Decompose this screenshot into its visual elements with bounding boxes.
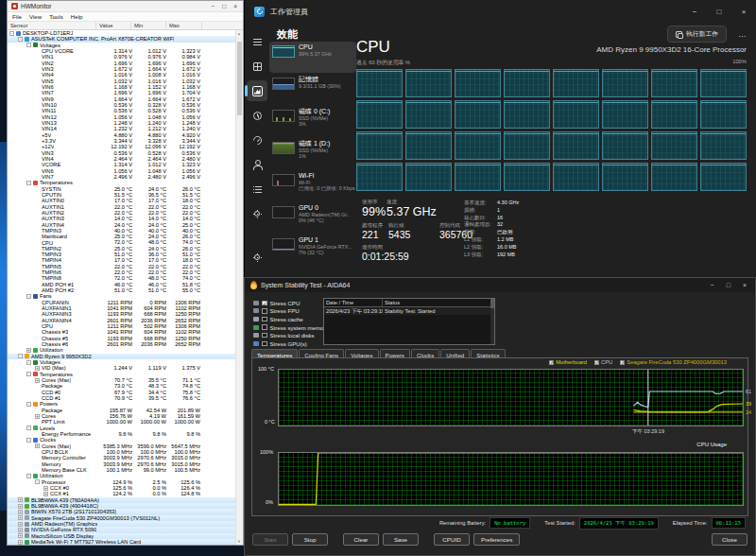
stress-checkbox[interactable] bbox=[262, 301, 267, 306]
stress-checkbox[interactable] bbox=[262, 324, 267, 330]
column-value[interactable]: Value bbox=[96, 22, 131, 30]
expand-toggle-icon[interactable]: - bbox=[26, 360, 31, 365]
stress-checkbox[interactable] bbox=[262, 333, 267, 339]
expand-toggle-icon[interactable]: + bbox=[26, 348, 31, 353]
expand-toggle-icon[interactable]: + bbox=[18, 522, 23, 527]
menu-view[interactable]: View bbox=[29, 13, 42, 20]
stress-option[interactable]: Stress system memory bbox=[253, 323, 328, 332]
close-icon[interactable]: × bbox=[233, 3, 237, 9]
log-column-datetime[interactable]: Date / Time bbox=[324, 299, 383, 306]
rail-menu-button[interactable] bbox=[247, 31, 267, 52]
maximize-icon[interactable]: □ bbox=[222, 3, 226, 9]
rail-history-button[interactable] bbox=[247, 105, 267, 126]
expand-toggle-icon[interactable]: - bbox=[26, 294, 31, 299]
expand-toggle-icon[interactable]: + bbox=[18, 540, 23, 545]
legend-item[interactable]: CPU bbox=[594, 359, 612, 365]
start-button[interactable]: Start bbox=[252, 533, 288, 546]
tree-node-row[interactable]: +MediaTek Wi-Fi 7 MT7927 Wireless LAN Ca… bbox=[8, 539, 235, 545]
hwmonitor-titlebar[interactable]: HWMonitor − □ × bbox=[8, 1, 243, 12]
expand-toggle-icon[interactable]: - bbox=[26, 426, 31, 430]
expand-toggle-icon[interactable]: - bbox=[26, 474, 31, 478]
rail-details-button[interactable] bbox=[247, 179, 267, 200]
stop-button[interactable]: Stop bbox=[292, 533, 328, 546]
expand-toggle-icon[interactable]: - bbox=[26, 43, 31, 47]
sidebar-item-wifi[interactable]: Wi-FiWi-Fi已傳送: 0 已接收: 0 Kbps bbox=[269, 170, 356, 201]
sidebar-item-disk0[interactable]: 磁碟 0 (C:)SSD (NVMe)3% bbox=[269, 106, 356, 137]
legend-checkbox-icon[interactable] bbox=[549, 360, 554, 365]
expand-toggle-icon[interactable]: + bbox=[35, 414, 40, 419]
legend-checkbox-icon[interactable] bbox=[620, 360, 625, 365]
log-row[interactable]: 2026/4/23 下午 03:29:19Stability Test: Sta… bbox=[324, 307, 494, 315]
save-button[interactable]: Save bbox=[383, 533, 419, 546]
legend-item[interactable]: Motherboard bbox=[549, 359, 587, 365]
expand-toggle-icon[interactable]: - bbox=[26, 181, 31, 185]
expand-toggle-icon[interactable]: - bbox=[9, 31, 14, 36]
minimize-icon[interactable]: − bbox=[711, 282, 714, 288]
expand-toggle-icon[interactable]: + bbox=[18, 528, 23, 532]
rail-processes-button[interactable] bbox=[247, 56, 267, 77]
column-max[interactable]: Max bbox=[166, 22, 202, 30]
sidebar-item-gpu1[interactable]: GPU 1NVIDIA GeForce RTX...7% (32 °C) bbox=[269, 235, 356, 266]
menu-help[interactable]: Help bbox=[71, 13, 83, 20]
close-icon[interactable]: × bbox=[743, 282, 747, 288]
sidebar-item-gpu0[interactable]: GPU 0AMD Radeon(TM) Gr...0% (46 °C) bbox=[269, 202, 356, 234]
maximize-icon[interactable]: □ bbox=[707, 0, 731, 23]
log-column-status[interactable]: Status bbox=[383, 299, 494, 306]
legend-checkbox-icon[interactable] bbox=[594, 360, 599, 365]
expand-toggle-icon[interactable]: - bbox=[26, 438, 31, 443]
stress-option[interactable]: Stress cache bbox=[253, 315, 328, 323]
expand-toggle-icon[interactable]: + bbox=[18, 504, 23, 509]
cpuid-button[interactable]: CPUID bbox=[434, 533, 470, 546]
rail-services-button[interactable] bbox=[247, 203, 267, 224]
expand-toggle-icon[interactable]: + bbox=[35, 443, 40, 448]
stress-checkbox[interactable] bbox=[262, 317, 267, 322]
expand-toggle-icon[interactable]: - bbox=[26, 372, 31, 376]
stress-option[interactable]: Stress local disks bbox=[253, 331, 328, 339]
minimize-icon[interactable]: − bbox=[211, 3, 215, 9]
expand-toggle-icon[interactable]: + bbox=[18, 497, 23, 502]
expand-toggle-icon[interactable]: - bbox=[26, 402, 31, 407]
test-started-value: 2026/4/23 下午 03:29:19 bbox=[579, 517, 659, 530]
stress-option[interactable]: Stress FPU bbox=[253, 307, 328, 316]
menu-file[interactable]: File bbox=[12, 13, 22, 20]
sidebar-item-memory[interactable]: 記憶體9.3/31.1 GB (30%) bbox=[269, 74, 356, 105]
expand-toggle-icon[interactable]: - bbox=[35, 479, 40, 484]
expand-toggle-icon[interactable]: + bbox=[43, 492, 48, 496]
legend-item[interactable]: Seagate FireCuda 530 ZP4000GM30013 bbox=[620, 359, 727, 365]
processor-name: AMD Ryzen 9 9950X3D2 16-Core Processor bbox=[596, 45, 747, 54]
sidebar-item-disk1[interactable]: 磁碟 1 (D:)SSD (NVMe)1% bbox=[269, 138, 356, 169]
rail-settings-button[interactable] bbox=[247, 247, 267, 268]
menu-tools[interactable]: Tools bbox=[49, 13, 62, 20]
expand-toggle-icon[interactable]: + bbox=[35, 378, 40, 383]
rail-startup-button[interactable] bbox=[247, 130, 267, 150]
stress-option[interactable]: Stress CPU bbox=[253, 299, 328, 307]
maximize-icon[interactable]: □ bbox=[727, 282, 730, 288]
close-icon[interactable]: × bbox=[731, 0, 756, 23]
close-button[interactable]: Close bbox=[712, 533, 747, 546]
expand-toggle-icon[interactable]: + bbox=[18, 510, 23, 514]
scrollbar-thumb[interactable] bbox=[237, 42, 242, 115]
sidebar-item-name: Wi-Fi bbox=[299, 172, 355, 180]
sidebar-item-cpu[interactable]: CPU99% 5.37 GHz bbox=[269, 42, 356, 73]
rail-performance-button[interactable] bbox=[247, 80, 267, 101]
expand-toggle-icon[interactable]: + bbox=[43, 486, 48, 491]
expand-toggle-icon[interactable]: + bbox=[35, 366, 40, 371]
stress-checkbox[interactable] bbox=[262, 341, 267, 347]
preferences-button[interactable]: Preferences bbox=[473, 533, 520, 546]
taskmgr-titlebar[interactable]: 工作管理員 − □ × bbox=[245, 0, 756, 23]
column-sensor[interactable]: Sensor bbox=[8, 22, 96, 30]
stress-checkbox[interactable] bbox=[262, 308, 267, 314]
expand-toggle-icon[interactable]: - bbox=[18, 354, 23, 358]
stress-option[interactable]: Stress GPU(s) bbox=[253, 339, 328, 348]
hwmonitor-scrollbar[interactable] bbox=[235, 30, 243, 545]
column-min[interactable]: Min bbox=[131, 22, 166, 30]
minimize-icon[interactable]: − bbox=[682, 0, 707, 23]
gpu-device-icon bbox=[253, 341, 259, 346]
log-scrollbar[interactable] bbox=[490, 299, 494, 344]
rail-users-button[interactable] bbox=[247, 154, 267, 175]
expand-toggle-icon[interactable]: + bbox=[18, 533, 23, 538]
clear-button[interactable]: Clear bbox=[343, 533, 379, 546]
expand-toggle-icon[interactable]: + bbox=[18, 515, 23, 520]
aida64-titlebar[interactable]: System Stability Test - AIDA64 − □ × bbox=[245, 278, 755, 292]
expand-toggle-icon[interactable]: - bbox=[18, 37, 23, 42]
